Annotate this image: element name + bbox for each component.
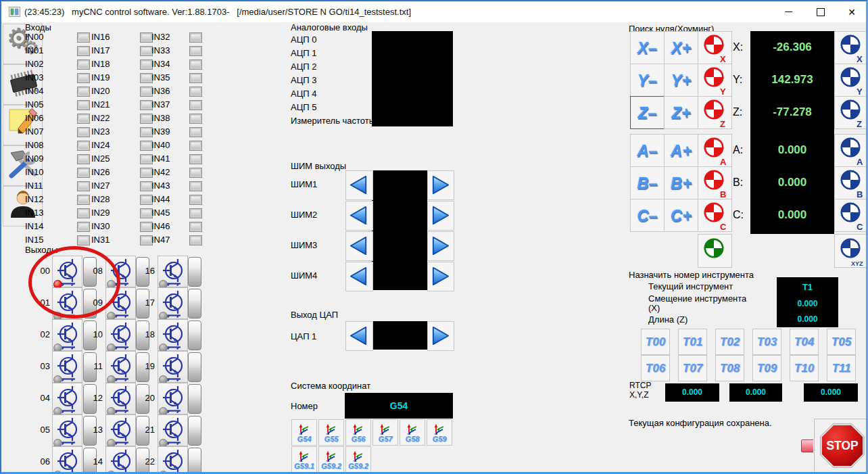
jog-Y-plus-button[interactable]: Y+ — [664, 64, 698, 97]
output-button-01[interactable] — [52, 287, 82, 319]
jog-C-plus-button[interactable]: C+ — [664, 199, 698, 232]
sidebar-user-button[interactable] — [3, 186, 43, 227]
output-button-17[interactable] — [158, 287, 188, 319]
home-A-button[interactable]: A — [698, 134, 732, 167]
zero-X-button[interactable]: X — [834, 31, 868, 64]
zero-xyz-button[interactable]: XYZ — [834, 234, 868, 268]
output-toggle-22[interactable] — [188, 448, 201, 474]
gcode-button-G59.1[interactable]: G59.1 — [291, 446, 317, 473]
jog-Y-minus-button[interactable]: Y– — [630, 64, 665, 97]
pwm-increase-button-ШИМ4[interactable] — [427, 262, 454, 291]
output-button-00[interactable] — [52, 256, 82, 287]
close-button[interactable]: ✕ — [836, 1, 867, 22]
tool-button-T09[interactable]: T09 — [752, 355, 781, 381]
tool-button-T02[interactable]: T02 — [715, 329, 744, 355]
home-all-button[interactable] — [698, 234, 732, 268]
sidebar-notes-button[interactable] — [3, 105, 43, 145]
pwm-increase-button-ШИМ1[interactable] — [427, 170, 454, 200]
output-button-21[interactable] — [158, 414, 188, 446]
output-button-14[interactable] — [105, 446, 136, 474]
pwm-decrease-button-ШИМ1[interactable] — [345, 170, 373, 200]
home-Z-button[interactable]: Z — [698, 96, 732, 129]
output-button-09[interactable] — [105, 287, 136, 319]
pwm-decrease-button-ШИМ4[interactable] — [345, 262, 373, 291]
home-Y-button[interactable]: Y — [698, 64, 732, 97]
tool-button-T06[interactable]: T06 — [641, 355, 670, 381]
zero-B-button[interactable]: B — [834, 166, 868, 199]
dac-decrease-button[interactable] — [345, 321, 373, 351]
output-toggle-20[interactable] — [188, 384, 201, 414]
minimize-button[interactable] — [773, 1, 804, 22]
jog-B-minus-button[interactable]: B– — [630, 166, 665, 199]
tool-button-T00[interactable]: T00 — [641, 329, 670, 355]
jog-C-minus-button[interactable]: C– — [630, 199, 665, 232]
zero-A-button[interactable]: A — [834, 134, 868, 167]
home-C-button[interactable]: C — [698, 199, 732, 232]
output-button-04[interactable] — [52, 383, 82, 414]
zero-Z-button[interactable]: Z — [834, 96, 868, 129]
tool-button-T03[interactable]: T03 — [752, 329, 781, 355]
stop-button[interactable]: STOP — [814, 419, 868, 474]
jog-A-plus-button[interactable]: A+ — [664, 134, 698, 167]
tool-button-T05[interactable]: T05 — [827, 329, 856, 355]
zero-C-button[interactable]: C — [834, 199, 868, 232]
output-button-22[interactable] — [158, 446, 188, 474]
output-button-16[interactable] — [158, 256, 188, 287]
output-toggle-17[interactable] — [188, 289, 201, 318]
pwm-increase-button-ШИМ3[interactable] — [427, 231, 454, 261]
tool-button-T04[interactable]: T04 — [790, 329, 819, 355]
input-label-IN47: IN47 — [151, 235, 170, 245]
tool-button-T07[interactable]: T07 — [678, 355, 707, 381]
output-button-18[interactable] — [158, 319, 188, 351]
output-button-03[interactable] — [52, 351, 82, 383]
jog-Z-minus-button[interactable]: Z– — [630, 96, 665, 129]
input-label-IN44: IN44 — [151, 194, 170, 204]
output-button-06[interactable] — [52, 446, 82, 474]
jog-B-plus-button[interactable]: B+ — [664, 166, 698, 199]
home-B-button[interactable]: B — [698, 166, 732, 199]
sidebar-tools-button[interactable] — [3, 145, 43, 186]
tool-button-T01[interactable]: T01 — [678, 329, 707, 355]
maximize-button[interactable] — [805, 1, 836, 22]
gcode-button-G58[interactable]: G58 — [400, 419, 425, 446]
input-label-IN32: IN32 — [151, 32, 170, 42]
output-button-02[interactable] — [52, 319, 82, 351]
sidebar-hardware-button[interactable] — [3, 64, 43, 105]
zero-Y-button[interactable]: Y — [834, 64, 868, 97]
pwm-increase-button-ШИМ2[interactable] — [427, 201, 454, 231]
output-button-10[interactable] — [105, 319, 136, 351]
tool-button-T10[interactable]: T10 — [790, 355, 819, 381]
jog-X-plus-button[interactable]: X+ — [664, 31, 698, 64]
tool-button-T08[interactable]: T08 — [715, 355, 744, 381]
output-button-20[interactable] — [158, 383, 188, 414]
pwm-decrease-button-ШИМ2[interactable] — [345, 201, 373, 231]
tool-display: T1 0.000 0.000 — [777, 277, 838, 327]
gcode-button-G57[interactable]: G57 — [372, 419, 398, 446]
gcode-button-G54[interactable]: G54 — [291, 419, 317, 446]
home-X-button[interactable]: X — [698, 31, 732, 64]
tool-button-T11[interactable]: T11 — [827, 355, 856, 381]
gcode-button-G56[interactable]: G56 — [345, 419, 371, 446]
jog-A-minus-button[interactable]: A– — [630, 134, 665, 167]
output-button-13[interactable] — [105, 414, 136, 446]
svg-text:A: A — [720, 157, 727, 166]
output-button-05[interactable] — [52, 414, 82, 446]
gcode-button-G59.2[interactable]: G59.2 — [345, 446, 371, 473]
output-button-19[interactable] — [158, 351, 188, 383]
output-toggle-19[interactable] — [188, 352, 201, 382]
gcode-button-G59[interactable]: G59 — [427, 419, 452, 446]
dac-increase-button[interactable] — [427, 321, 454, 351]
output-toggle-18[interactable] — [188, 321, 201, 350]
output-button-11[interactable] — [105, 351, 136, 383]
output-button-08[interactable] — [105, 256, 136, 287]
output-toggle-21[interactable] — [188, 416, 201, 446]
jog-X-minus-button[interactable]: X– — [630, 31, 665, 64]
output-toggle-16[interactable] — [188, 257, 201, 287]
gcode-button-G59.2[interactable]: G59.2 — [318, 446, 344, 473]
gcode-button-G55[interactable]: G55 — [318, 419, 344, 446]
pwm-decrease-button-ШИМ3[interactable] — [345, 231, 373, 261]
jog-Z-plus-button[interactable]: Z+ — [664, 96, 698, 129]
output-button-12[interactable] — [105, 383, 136, 414]
input-indicator-IN01 — [77, 46, 90, 56]
input-label-IN45: IN45 — [151, 208, 170, 218]
